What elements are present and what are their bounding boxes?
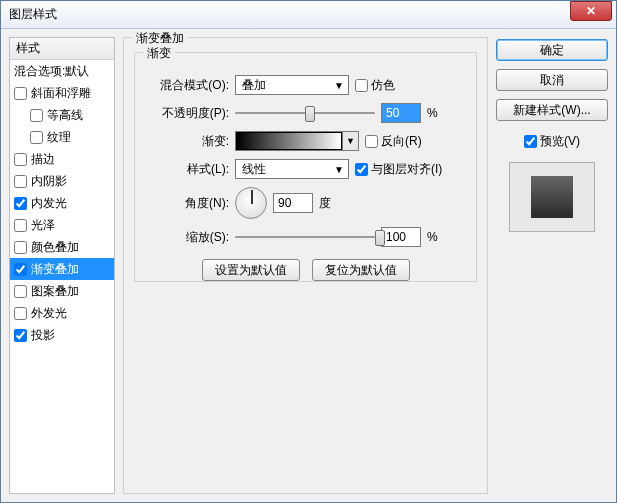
style-item-check[interactable] [14, 307, 27, 320]
scale-input[interactable]: 100 [381, 227, 421, 247]
angle-input[interactable]: 90 [273, 193, 313, 213]
slider-track [235, 236, 375, 238]
preview-label: 预览(V) [540, 133, 580, 150]
style-item[interactable]: 斜面和浮雕 [10, 82, 114, 104]
gradient-preview[interactable] [236, 132, 342, 150]
reset-default-button[interactable]: 复位为默认值 [312, 259, 410, 281]
style-item-check[interactable] [14, 175, 27, 188]
align-checkbox[interactable]: 与图层对齐(I) [355, 161, 442, 178]
style-item-label: 光泽 [31, 217, 55, 234]
chevron-down-icon: ▼ [332, 80, 346, 91]
preview-checkbox[interactable]: 预览(V) [496, 133, 608, 150]
chevron-down-icon: ▼ [332, 164, 346, 175]
slider-thumb[interactable] [375, 230, 385, 246]
style-value: 线性 [242, 161, 266, 178]
style-item[interactable]: 图案叠加 [10, 280, 114, 302]
align-check-input[interactable] [355, 163, 368, 176]
ok-button[interactable]: 确定 [496, 39, 608, 61]
style-item-label: 外发光 [31, 305, 67, 322]
window-title: 图层样式 [9, 6, 57, 23]
opacity-slider[interactable] [235, 103, 375, 123]
gradient-group: 渐变 混合模式(O): 叠加 ▼ 仿色 不透明度(P): [134, 52, 477, 282]
right-buttons: 确定 取消 新建样式(W)... 预览(V) [496, 37, 608, 494]
style-item[interactable]: 颜色叠加 [10, 236, 114, 258]
preview-box [509, 162, 595, 232]
style-item-check[interactable] [14, 87, 27, 100]
style-item-check[interactable] [14, 329, 27, 342]
blend-mode-label: 混合模式(O): [145, 77, 229, 94]
style-item[interactable]: 描边 [10, 148, 114, 170]
blend-options-item[interactable]: 混合选项:默认 [10, 60, 114, 82]
chevron-down-icon[interactable]: ▼ [342, 132, 358, 150]
close-button[interactable]: ✕ [570, 1, 612, 21]
style-item[interactable]: 纹理 [10, 126, 114, 148]
style-item[interactable]: 等高线 [10, 104, 114, 126]
percent-label: % [427, 230, 438, 244]
style-item-check[interactable] [14, 219, 27, 232]
new-style-button[interactable]: 新建样式(W)... [496, 99, 608, 121]
style-item-label: 等高线 [47, 107, 83, 124]
style-item-label: 描边 [31, 151, 55, 168]
styles-header: 样式 [10, 38, 114, 60]
titlebar: 图层样式 ✕ [1, 1, 616, 29]
slider-thumb[interactable] [305, 106, 315, 122]
reverse-check-input[interactable] [365, 135, 378, 148]
dialog-window: 图层样式 ✕ 样式 混合选项:默认 斜面和浮雕等高线纹理描边内阴影内发光光泽颜色… [0, 0, 617, 503]
style-item[interactable]: 光泽 [10, 214, 114, 236]
style-item-check[interactable] [14, 241, 27, 254]
style-item-check[interactable] [14, 285, 27, 298]
style-item-check[interactable] [14, 197, 27, 210]
scale-label: 缩放(S): [145, 229, 229, 246]
style-item-label: 内阴影 [31, 173, 67, 190]
style-item[interactable]: 渐变叠加 [10, 258, 114, 280]
align-label: 与图层对齐(I) [371, 161, 442, 178]
style-item-check[interactable] [30, 109, 43, 122]
gradient-label: 渐变: [145, 133, 229, 150]
opacity-input[interactable]: 50 [381, 103, 421, 123]
style-item-check[interactable] [14, 153, 27, 166]
reverse-label: 反向(R) [381, 133, 422, 150]
style-combo[interactable]: 线性 ▼ [235, 159, 349, 179]
style-item[interactable]: 投影 [10, 324, 114, 346]
dither-check-input[interactable] [355, 79, 368, 92]
style-item-label: 颜色叠加 [31, 239, 79, 256]
percent-label: % [427, 106, 438, 120]
style-item-label: 投影 [31, 327, 55, 344]
opacity-label: 不透明度(P): [145, 105, 229, 122]
angle-label: 角度(N): [145, 195, 229, 212]
scale-slider[interactable] [235, 227, 375, 247]
blend-mode-value: 叠加 [242, 77, 266, 94]
dither-label: 仿色 [371, 77, 395, 94]
styles-list: 样式 混合选项:默认 斜面和浮雕等高线纹理描边内阴影内发光光泽颜色叠加渐变叠加图… [9, 37, 115, 494]
settings-panel: 渐变叠加 渐变 混合模式(O): 叠加 ▼ 仿色 [123, 37, 488, 494]
cancel-button[interactable]: 取消 [496, 69, 608, 91]
blend-options-label: 混合选项:默认 [14, 63, 89, 80]
style-item-label: 斜面和浮雕 [31, 85, 91, 102]
blend-mode-combo[interactable]: 叠加 ▼ [235, 75, 349, 95]
style-item-label: 图案叠加 [31, 283, 79, 300]
style-item-check[interactable] [30, 131, 43, 144]
gradient-overlay-group: 渐变叠加 渐变 混合模式(O): 叠加 ▼ 仿色 [123, 37, 488, 494]
angle-dial[interactable] [235, 187, 267, 219]
content-area: 样式 混合选项:默认 斜面和浮雕等高线纹理描边内阴影内发光光泽颜色叠加渐变叠加图… [1, 29, 616, 502]
close-icon: ✕ [586, 4, 596, 18]
style-item-label: 渐变叠加 [31, 261, 79, 278]
inner-group-title: 渐变 [143, 45, 175, 62]
style-item-label: 内发光 [31, 195, 67, 212]
preview-check-input[interactable] [524, 135, 537, 148]
style-item[interactable]: 内阴影 [10, 170, 114, 192]
style-item-check[interactable] [14, 263, 27, 276]
style-item-label: 纹理 [47, 129, 71, 146]
style-label: 样式(L): [145, 161, 229, 178]
style-item[interactable]: 外发光 [10, 302, 114, 324]
angle-hand [251, 190, 253, 204]
reverse-checkbox[interactable]: 反向(R) [365, 133, 422, 150]
preview-swatch [531, 176, 573, 218]
gradient-picker[interactable]: ▼ [235, 131, 359, 151]
degree-label: 度 [319, 195, 331, 212]
style-item[interactable]: 内发光 [10, 192, 114, 214]
dither-checkbox[interactable]: 仿色 [355, 77, 395, 94]
set-default-button[interactable]: 设置为默认值 [202, 259, 300, 281]
